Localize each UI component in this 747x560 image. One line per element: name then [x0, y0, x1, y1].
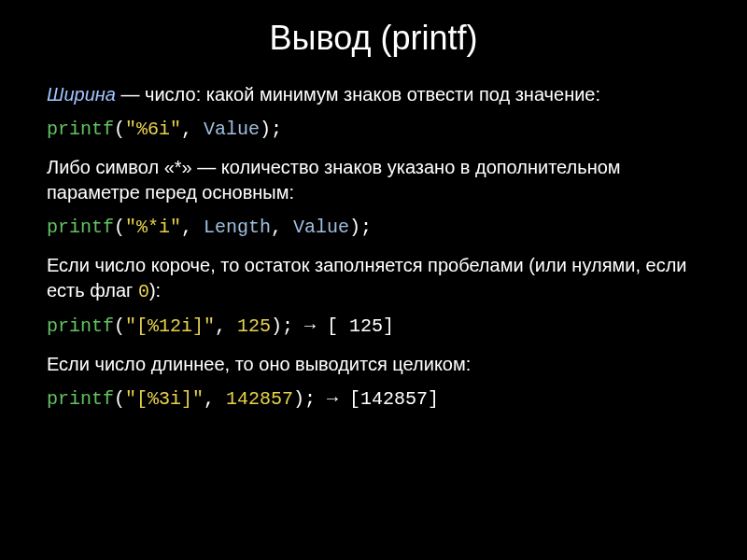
code4-fn: printf	[47, 388, 114, 410]
code3-close: );	[271, 315, 293, 337]
code-line-1: printf("%6i", Value);	[47, 117, 700, 142]
para-shorter-b: ):	[149, 280, 161, 301]
code3-fn: printf	[47, 315, 114, 337]
code1-str: "%6i"	[125, 119, 181, 140]
code2-arg1: Length	[204, 217, 271, 238]
code1-close: );	[260, 119, 282, 140]
code3-num: 125	[237, 315, 271, 337]
slide: Вывод (printf) Ширина — число: какой мин…	[0, 0, 747, 560]
code2-close: );	[349, 217, 372, 238]
para-asterisk: Либо символ «*» — количество знаков указ…	[47, 155, 700, 205]
flag-zero: 0	[138, 281, 149, 302]
code2-open: (	[114, 217, 125, 238]
code4-open: (	[114, 388, 125, 410]
code2-comma1: ,	[181, 217, 204, 238]
code1-comma: ,	[181, 119, 204, 140]
para-width-defn: Ширина — число: какой минимум знаков отв…	[47, 82, 700, 107]
code-line-4: printf("[%3i]", 142857); → [142857]	[47, 386, 700, 412]
code3-open: (	[114, 315, 125, 337]
code2-str: "%*i"	[125, 217, 181, 238]
code3-arrow: →	[293, 315, 327, 337]
code3-out: [ 125]	[327, 315, 394, 337]
code-line-2: printf("%*i", Length, Value);	[47, 215, 700, 240]
code1-open: (	[114, 119, 125, 140]
code1-fn: printf	[47, 119, 114, 140]
code4-out: [142857]	[349, 388, 439, 410]
code1-arg: Value	[204, 119, 260, 140]
slide-body: Ширина — число: какой минимум знаков отв…	[47, 82, 700, 425]
code2-arg2: Value	[293, 217, 349, 238]
slide-title: Вывод (printf)	[47, 19, 700, 58]
code4-str: "[%3i]"	[125, 388, 204, 410]
code2-comma2: ,	[271, 217, 293, 238]
code-line-3: printf("[%12i]", 125); → [ 125]	[47, 314, 700, 339]
code2-fn: printf	[47, 217, 114, 238]
code4-close: );	[293, 388, 316, 410]
para-width-rest: — число: какой минимум знаков отвести по…	[116, 84, 600, 105]
code3-comma: ,	[215, 315, 237, 337]
code4-num: 142857	[226, 388, 293, 410]
code4-comma: ,	[204, 388, 226, 410]
para-longer: Если число длиннее, то оно выводится цел…	[47, 352, 700, 377]
code3-str: "[%12i]"	[125, 315, 215, 337]
term-width: Ширина	[47, 84, 116, 105]
para-shorter: Если число короче, то остаток заполняетс…	[47, 253, 700, 304]
code4-arrow: →	[316, 388, 349, 410]
